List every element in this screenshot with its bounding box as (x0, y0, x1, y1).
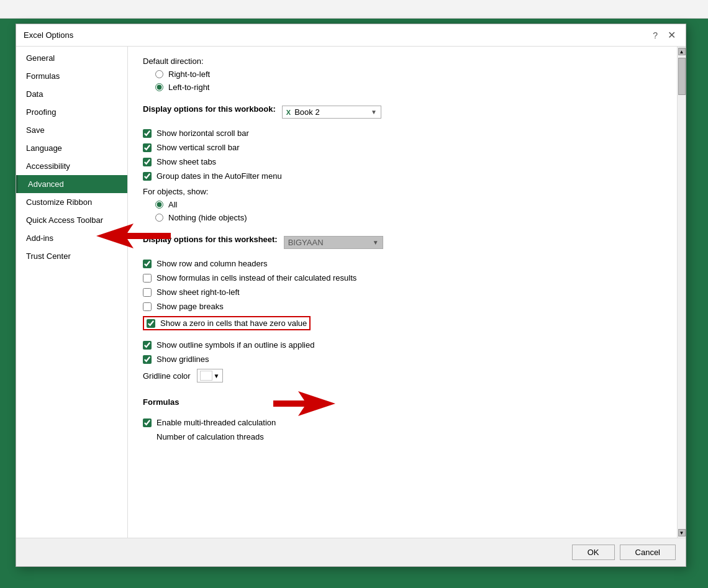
vertical-scroll-checkbox[interactable] (143, 143, 152, 152)
color-swatch (200, 371, 212, 381)
radio-ltr-row: Left-to-right (143, 83, 662, 92)
scroll-thumb[interactable] (678, 58, 686, 95)
sidebar-item-language[interactable]: Language (16, 139, 127, 157)
vertical-scroll-row: Show vertical scroll bar (143, 143, 662, 152)
zero-value-container: Show a zero in cells that have zero valu… (143, 316, 662, 335)
group-dates-label[interactable]: Group dates in the AutoFilter menu (157, 171, 282, 181)
sidebar-item-accessibility[interactable]: Accessibility (16, 157, 127, 175)
zero-value-label[interactable]: Show a zero in cells that have zero valu… (160, 319, 307, 328)
group-dates-row: Group dates in the AutoFilter menu (143, 171, 662, 181)
zero-value-checkbox[interactable] (147, 319, 155, 328)
horizontal-scroll-row: Show horizontal scroll bar (143, 129, 662, 138)
radio-all[interactable] (155, 201, 163, 209)
horizontal-scroll-label[interactable]: Show horizontal scroll bar (157, 129, 249, 138)
workbook-dropdown[interactable]: X Book 2 ▼ (282, 106, 381, 119)
outline-symbols-checkbox[interactable] (143, 341, 152, 350)
close-button[interactable]: ✕ (665, 30, 678, 40)
workbook-dropdown-value: Book 2 (294, 107, 319, 117)
radio-nothing-label[interactable]: Nothing (hide objects) (168, 213, 247, 222)
formulas-section-label: Formulas (143, 397, 662, 407)
radio-all-label[interactable]: All (168, 200, 177, 209)
sidebar-item-save[interactable]: Save (16, 121, 127, 139)
sheet-tabs-label[interactable]: Show sheet tabs (157, 157, 216, 166)
sidebar: General Formulas Data Proofing Save Lang… (16, 47, 128, 538)
scroll-down-icon[interactable]: ▼ (678, 529, 686, 536)
multithreaded-label[interactable]: Enable multi-threaded calculation (157, 418, 276, 427)
main-content: Default direction: Right-to-left Left-to… (128, 47, 677, 538)
sidebar-item-formulas[interactable]: Formulas (16, 67, 127, 85)
row-col-headers-row: Show row and column headers (143, 259, 662, 268)
sheet-rtl-row: Show sheet right-to-left (143, 287, 662, 297)
group-dates-checkbox[interactable] (143, 172, 152, 181)
sidebar-item-general[interactable]: General (16, 49, 127, 67)
multithreaded-row: Enable multi-threaded calculation (143, 418, 662, 427)
sheet-tabs-row: Show sheet tabs (143, 157, 662, 166)
cancel-button[interactable]: Cancel (620, 545, 676, 560)
color-dropdown-arrow-icon: ▼ (214, 373, 220, 379)
horizontal-scroll-checkbox[interactable] (143, 129, 152, 138)
page-breaks-label[interactable]: Show page breaks (157, 302, 224, 311)
red-arrow-right (273, 388, 335, 419)
scrollbar[interactable]: ▲ ▼ (677, 47, 686, 538)
radio-rtl-label[interactable]: Right-to-left (168, 70, 210, 79)
page-breaks-checkbox[interactable] (143, 302, 152, 311)
radio-rtl-row: Right-to-left (143, 70, 662, 79)
dialog-footer: OK Cancel (16, 538, 686, 566)
threads-label: Number of calculation threads (157, 432, 264, 441)
worksheet-section: Display options for this worksheet: BIGY… (143, 235, 662, 250)
zero-value-highlight: Show a zero in cells that have zero valu… (143, 316, 311, 330)
dropdown-arrow-icon: ▼ (371, 109, 377, 115)
help-button[interactable]: ? (650, 30, 660, 40)
sheet-rtl-checkbox[interactable] (143, 288, 152, 297)
radio-ltr[interactable] (155, 83, 163, 91)
gridline-color-button[interactable]: ▼ (197, 369, 223, 382)
formulas-cells-label[interactable]: Show formulas in cells instead of their … (157, 273, 356, 283)
sidebar-item-data[interactable]: Data (16, 85, 127, 103)
gridline-color-label: Gridline color (143, 371, 191, 381)
sidebar-item-advanced[interactable]: Advanced (16, 175, 127, 193)
row-col-headers-checkbox[interactable] (143, 260, 152, 268)
worksheet-dropdown-arrow-icon: ▼ (373, 239, 379, 246)
excel-icon: X (286, 109, 291, 116)
radio-nothing-row: Nothing (hide objects) (143, 213, 662, 222)
sidebar-item-customize-ribbon[interactable]: Customize Ribbon (16, 193, 127, 211)
dialog-controls: ? ✕ (650, 30, 678, 40)
svg-marker-1 (273, 391, 335, 416)
gridlines-checkbox[interactable] (143, 355, 152, 364)
page-breaks-row: Show page breaks (143, 302, 662, 311)
sheet-rtl-label[interactable]: Show sheet right-to-left (157, 287, 240, 297)
formulas-cells-checkbox[interactable] (143, 274, 152, 283)
workbook-section-label: Display options for this workbook: (143, 104, 276, 114)
formulas-cells-row: Show formulas in cells instead of their … (143, 273, 662, 283)
sheet-tabs-checkbox[interactable] (143, 158, 152, 166)
red-arrow-left (128, 220, 171, 251)
outline-symbols-row: Show outline symbols if an outline is ap… (143, 340, 662, 350)
multithreaded-checkbox[interactable] (143, 418, 152, 427)
radio-ltr-label[interactable]: Left-to-right (168, 83, 209, 92)
dialog-titlebar: Excel Options ? ✕ (16, 24, 686, 47)
worksheet-dropdown-value: BIGYAAN (288, 238, 324, 247)
gridlines-row: Show gridlines (143, 355, 662, 364)
svg-marker-0 (128, 224, 171, 248)
radio-rtl[interactable] (155, 70, 163, 78)
default-direction-label: Default direction: (143, 57, 204, 66)
scroll-up-icon[interactable]: ▲ (678, 48, 686, 55)
dialog-title: Excel Options (24, 30, 73, 40)
sidebar-item-proofing[interactable]: Proofing (16, 103, 127, 121)
row-col-headers-label[interactable]: Show row and column headers (157, 259, 268, 268)
radio-all-row: All (143, 200, 662, 209)
outline-symbols-label[interactable]: Show outline symbols if an outline is ap… (157, 340, 314, 350)
gridlines-label[interactable]: Show gridlines (157, 355, 209, 364)
worksheet-dropdown[interactable]: BIGYAAN ▼ (284, 236, 383, 249)
dialog-body: General Formulas Data Proofing Save Lang… (16, 47, 686, 538)
for-objects-label: For objects, show: (143, 187, 209, 196)
vertical-scroll-label[interactable]: Show vertical scroll bar (157, 143, 240, 152)
workbook-section: Display options for this workbook: X Boo… (143, 104, 662, 120)
ok-button[interactable]: OK (572, 545, 615, 560)
gridline-color-row: Gridline color ▼ (143, 369, 662, 382)
